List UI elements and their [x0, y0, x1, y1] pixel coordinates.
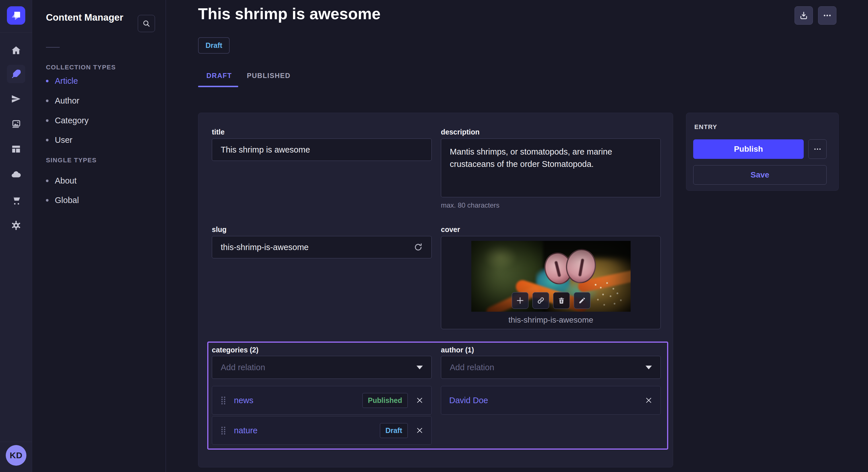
author-add-relation-combobox[interactable]: Add relation: [441, 356, 661, 379]
entry-panel: ENTRY Publish Save: [686, 113, 839, 191]
bullet-icon: [46, 199, 49, 202]
cover-edit-button[interactable]: [574, 292, 590, 309]
rail-divider: [0, 32, 32, 33]
description-value: Mantis shrimps, or stomatopods, are mari…: [450, 147, 612, 169]
more-actions-button[interactable]: [818, 6, 836, 25]
subnav-divider: [46, 47, 60, 47]
more-dots-icon: [823, 11, 832, 20]
drag-handle-icon[interactable]: [220, 396, 226, 405]
section-single-types: SINGLE TYPES: [46, 157, 97, 164]
sidebar-item-label: Article: [55, 76, 78, 86]
cover-delete-button[interactable]: [553, 292, 570, 309]
drag-handle-icon[interactable]: [220, 426, 226, 435]
strapi-logo-icon: [7, 6, 25, 25]
nav-releases[interactable]: [7, 90, 25, 108]
sidebar-item-category[interactable]: Category: [46, 116, 89, 125]
bullet-icon: [46, 100, 49, 102]
layout-icon: [11, 144, 21, 154]
chevron-down-icon: [646, 366, 652, 369]
sidebar-item-label: About: [55, 176, 76, 186]
pencil-icon: [578, 297, 586, 304]
description-hint: max. 80 characters: [441, 201, 499, 209]
category-relation-row: news Published: [212, 386, 432, 415]
link-icon: [537, 297, 545, 305]
description-textarea[interactable]: Mantis shrimps, or stomatopods, are mari…: [441, 138, 661, 197]
save-button[interactable]: Save: [693, 165, 827, 185]
remove-relation-button[interactable]: [416, 427, 423, 434]
author-field-label: author (1): [441, 346, 474, 354]
chevron-down-icon: [416, 366, 423, 369]
publish-button[interactable]: Publish: [693, 139, 804, 159]
active-tab-underline: [198, 86, 238, 87]
slug-input[interactable]: this-shrimp-is-awesome: [212, 236, 432, 258]
main-content: This shrimp is awesome Draft DRAFT PUBLI…: [166, 0, 868, 472]
main-nav-rail: KD: [0, 0, 32, 472]
categories-field-label: categories (2): [212, 346, 259, 354]
sidebar-item-user[interactable]: User: [46, 135, 72, 145]
relation-link[interactable]: David Doe: [449, 396, 488, 405]
close-icon: [416, 427, 423, 434]
app-screen: KD Content Manager COLLECTION TYPES 4 Ar…: [0, 0, 868, 472]
search-button[interactable]: [138, 15, 155, 32]
title-input-value: This shrimp is awesome: [221, 145, 310, 155]
title-input[interactable]: This shrimp is awesome: [212, 138, 432, 161]
plus-icon: [516, 296, 524, 305]
close-icon: [645, 397, 652, 404]
sidebar-item-global[interactable]: Global: [46, 196, 79, 205]
entry-more-button[interactable]: [808, 139, 827, 159]
cover-image[interactable]: [471, 241, 631, 312]
avatar-initials: KD: [10, 450, 22, 460]
categories-add-relation-combobox[interactable]: Add relation: [212, 356, 432, 379]
strapi-logo[interactable]: [7, 6, 25, 25]
more-dots-icon: [813, 145, 822, 154]
sidebar-item-author[interactable]: Author: [46, 96, 79, 105]
cover-field-label: cover: [441, 225, 460, 234]
page-title: This shrimp is awesome: [198, 5, 381, 23]
tab-published[interactable]: PUBLISHED: [247, 72, 290, 80]
export-button[interactable]: [795, 6, 813, 25]
nav-content-manager[interactable]: [7, 65, 25, 83]
nav-content-type-builder[interactable]: [7, 140, 25, 158]
categories-placeholder: Add relation: [221, 363, 265, 372]
relation-status-badge: Draft: [380, 423, 408, 438]
bullet-icon: [46, 139, 49, 141]
slug-input-value: this-shrimp-is-awesome: [221, 243, 309, 252]
user-avatar[interactable]: KD: [6, 445, 26, 466]
regenerate-slug-button[interactable]: [414, 243, 423, 252]
gear-icon: [11, 220, 21, 231]
nav-media-library[interactable]: [7, 115, 25, 133]
tab-draft[interactable]: DRAFT: [206, 72, 232, 80]
remove-relation-button[interactable]: [645, 397, 652, 404]
sidebar-item-label: User: [55, 135, 72, 145]
home-icon: [11, 45, 21, 56]
cover-add-button[interactable]: [512, 292, 528, 309]
subnav-title: Content Manager: [46, 12, 123, 23]
sidebar-item-article[interactable]: Article: [46, 76, 78, 86]
send-icon: [11, 94, 21, 104]
relation-link[interactable]: nature: [234, 426, 257, 435]
nav-deploy[interactable]: [7, 165, 25, 183]
title-field-label: title: [212, 128, 224, 136]
media-icon: [11, 119, 21, 129]
relation-link[interactable]: news: [234, 396, 253, 405]
search-icon: [142, 19, 151, 28]
nav-home[interactable]: [7, 41, 25, 60]
close-icon: [416, 397, 423, 404]
rail-divider: [0, 442, 32, 442]
cover-field: this-shrimp-is-awesome: [441, 236, 661, 329]
nav-marketplace[interactable]: [7, 191, 25, 209]
cart-icon: [11, 195, 21, 205]
remove-relation-button[interactable]: [416, 397, 423, 404]
trash-icon: [558, 297, 565, 304]
sidebar-item-label: Category: [55, 116, 89, 125]
cloud-icon: [11, 169, 21, 179]
slug-field-label: slug: [212, 225, 226, 234]
author-relation-row: David Doe: [441, 386, 661, 415]
sidebar-item-about[interactable]: About: [46, 176, 76, 186]
bullet-icon: [46, 80, 49, 82]
cover-copy-link-button[interactable]: [532, 292, 549, 309]
content-manager-subnav: Content Manager COLLECTION TYPES 4 Artic…: [32, 0, 166, 472]
category-relation-row: nature Draft: [212, 416, 432, 445]
nav-settings[interactable]: [7, 216, 25, 235]
sidebar-item-label: Author: [55, 96, 79, 105]
